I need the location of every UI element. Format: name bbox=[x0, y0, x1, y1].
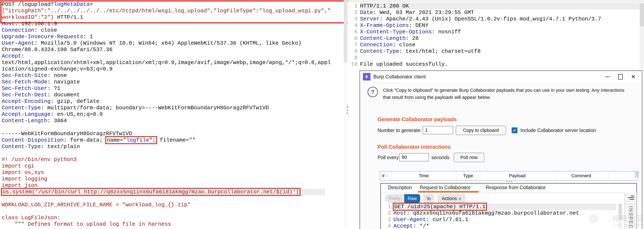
poll-interactions-heading: Poll Collaborator interactions bbox=[378, 144, 451, 150]
help-text: Click "Copy to clipboard" to generate Bu… bbox=[383, 87, 624, 101]
code-line: class LogFileJson: bbox=[2, 215, 331, 221]
window-titlebar[interactable]: Burp Collaborator client ✕ bbox=[360, 71, 642, 83]
generate-payloads-heading: Generate Collaborator payloads bbox=[378, 116, 457, 122]
code-line: Host: 192.168.1.9 bbox=[2, 21, 331, 27]
response-scrollbar-thumb[interactable] bbox=[640, 3, 644, 26]
help-row: ? Click "Copy to clipboard" to generate … bbox=[368, 87, 624, 101]
code-line bbox=[2, 208, 331, 215]
poll-every-label: Poll every bbox=[378, 153, 399, 162]
poll-interval-input[interactable] bbox=[399, 153, 429, 161]
code-line: Accept: bbox=[2, 53, 331, 59]
poll-now-button[interactable]: Poll now bbox=[454, 153, 484, 162]
code-line: Content-Length: 3864 bbox=[2, 118, 331, 124]
code-line: WORKLOAD_LOG_ZIP_ARCHIVE_FILE_NAME = "wo… bbox=[2, 202, 331, 208]
editor-menu-icon[interactable] bbox=[628, 196, 634, 201]
code-line: Content-Type: text/plain bbox=[2, 144, 331, 150]
table-scrollbar-thumb[interactable] bbox=[635, 171, 638, 178]
code-line: POST /logupload?logMetaData= bbox=[2, 1, 331, 8]
pretty-button[interactable]: Pretty bbox=[385, 194, 404, 203]
chevron-down-icon: ∨ bbox=[458, 197, 461, 201]
column-header-comment[interactable]: Comment bbox=[555, 171, 608, 180]
help-text-line1: Click "Copy to clipboard" to generate Bu… bbox=[383, 87, 624, 94]
code-line: Sec-Fetch-Dest: document bbox=[2, 92, 331, 98]
code-line: 9 bbox=[348, 55, 640, 61]
actions-button[interactable]: Actions ∨ bbox=[437, 194, 466, 203]
raw-button[interactable]: Raw bbox=[404, 194, 420, 203]
include-server-location-checkbox[interactable]: ✔ bbox=[512, 127, 518, 133]
tab-request-to-collaborator[interactable]: Request to Collaborator bbox=[420, 185, 470, 190]
code-line: import cgi bbox=[2, 163, 331, 169]
collaborator-request-text: 1GET /uid=25(apache) HTTP/1.12Host: q8zx… bbox=[382, 204, 616, 229]
code-line: User-Agent: Mozilla/5.0 (Windows NT 10.0… bbox=[2, 40, 331, 46]
code-line: Sec-Fetch-User: ?1 bbox=[2, 85, 331, 92]
column-header-time[interactable]: Time bbox=[391, 171, 456, 180]
code-line: 10File uploaded successfully. bbox=[348, 61, 640, 68]
code-line: 6Content-Length: 28 bbox=[348, 35, 640, 42]
response-scrollbar[interactable] bbox=[640, 2, 644, 70]
code-line: import os,sys bbox=[2, 169, 331, 176]
interaction-detail-pane: Description Request to Collaborator Resp… bbox=[380, 183, 637, 229]
request-editor-pane[interactable]: POST /logupload?logMetaData={"itrLogPath… bbox=[0, 0, 347, 229]
code-line: Connection: close bbox=[2, 27, 331, 33]
tab-description[interactable]: Description bbox=[388, 185, 412, 190]
tab-response-from-collaborator[interactable]: Response from Collaborator bbox=[486, 185, 546, 190]
response-text: 1HTTP/1.1 200 OK2Date: Wed, 03 Mar 2021 … bbox=[348, 3, 640, 68]
code-line: 5X-Content-Type-Options: nosniff bbox=[348, 29, 640, 35]
code-line: #! /usr/bin/env python3 bbox=[2, 156, 331, 163]
code-line: 1HTTP/1.1 200 OK bbox=[348, 3, 640, 9]
window-title: Burp Collaborator client bbox=[373, 74, 426, 80]
column-header-payload[interactable]: Payload bbox=[480, 171, 555, 180]
copy-to-clipboard-button[interactable]: Copy to clipboard bbox=[456, 126, 506, 135]
code-line: 7Connection: close bbox=[348, 42, 640, 48]
code-line: Content-Disposition: form-data; name="lo… bbox=[2, 137, 331, 144]
code-line: 8Content-Type: text/html; charset=utf8 bbox=[348, 48, 640, 55]
newline-toggle-button[interactable]: \n bbox=[423, 194, 434, 203]
code-line bbox=[2, 124, 331, 131]
column-header-spacer bbox=[608, 171, 638, 180]
help-icon: ? bbox=[368, 87, 378, 97]
include-server-location-label: Include Collaborator server location bbox=[520, 126, 596, 135]
table-detail-splitter-handle[interactable] bbox=[380, 181, 638, 183]
code-line: {"itrLogPath":"../../../../../../etc/htt… bbox=[2, 8, 331, 14]
close-button[interactable]: ✕ bbox=[627, 71, 640, 82]
active-tab-underline bbox=[418, 191, 478, 193]
code-line: 2Host: q8zxx5nq1inx6ufa6i81akmgg7mzao.bu… bbox=[382, 210, 616, 217]
inspector-sidebar[interactable]: INSPECTOR bbox=[624, 193, 637, 229]
detail-tabs-row: Description Request to Collaborator Resp… bbox=[381, 184, 636, 193]
number-to-generate-input[interactable] bbox=[423, 126, 453, 134]
code-line: """ Defines format to upload log file in… bbox=[2, 221, 331, 228]
code-line: 4Accept: */* bbox=[382, 223, 616, 229]
rawview-scrollbar-thumb[interactable] bbox=[618, 204, 622, 220]
code-line: Sec-Fetch-Mode: navigate bbox=[2, 79, 331, 85]
inspector-tab-label[interactable]: INSPECTOR bbox=[628, 206, 634, 229]
code-line: text/html,application/xhtml+xml,applicat… bbox=[2, 59, 331, 66]
maximize-button[interactable] bbox=[614, 71, 627, 82]
panel-splitter-handle[interactable] bbox=[347, 107, 348, 116]
rawview-scrollbar[interactable] bbox=[618, 204, 622, 229]
response-top-scroll-strip bbox=[348, 0, 644, 2]
code-line: import logging bbox=[2, 176, 331, 182]
burp-logo-icon bbox=[363, 73, 370, 80]
minimize-button[interactable] bbox=[601, 71, 614, 82]
request-scrollbar-thumb[interactable] bbox=[344, 0, 348, 63]
code-line: Content-Type: multipart/form-data; bound… bbox=[2, 105, 331, 111]
column-header-number[interactable]: #∧ bbox=[380, 171, 391, 180]
seconds-label: seconds bbox=[432, 153, 450, 162]
column-header-type[interactable]: Type bbox=[456, 171, 480, 180]
message-toolbar: Pretty Raw \n Actions ∨ bbox=[385, 194, 466, 203]
help-text-line2: that result from using the payloads will… bbox=[383, 94, 624, 101]
code-line: 4X-Frame-Options: DENY bbox=[348, 22, 640, 29]
request-text: POST /logupload?logMetaData={"itrLogPath… bbox=[2, 1, 331, 228]
code-line: 1GET /uid=25(apache) HTTP/1.1 bbox=[382, 204, 616, 210]
interactions-table-header: #∧ Time Type Payload Comment bbox=[380, 171, 638, 181]
poll-controls-row: Poll every seconds Poll now bbox=[360, 153, 642, 162]
minimize-icon bbox=[605, 77, 610, 77]
number-to-generate-label: Number to generate: bbox=[378, 126, 422, 135]
code-line bbox=[2, 195, 331, 202]
code-line: 2Date: Wed, 03 Mar 2021 23:29:55 GMT bbox=[348, 9, 640, 16]
code-line: ------WebKitFormBoundaryH8GoragzRFVTw1VD bbox=[2, 131, 331, 137]
sort-arrow-icon: ∧ bbox=[386, 174, 388, 178]
code-line: workloadID":"2"} HTTP/1.1 bbox=[2, 14, 331, 21]
generate-controls-row: Number to generate: Copy to clipboard ✔ … bbox=[360, 126, 642, 135]
response-editor-pane[interactable]: 1HTTP/1.1 200 OK2Date: Wed, 03 Mar 2021 … bbox=[348, 0, 644, 70]
